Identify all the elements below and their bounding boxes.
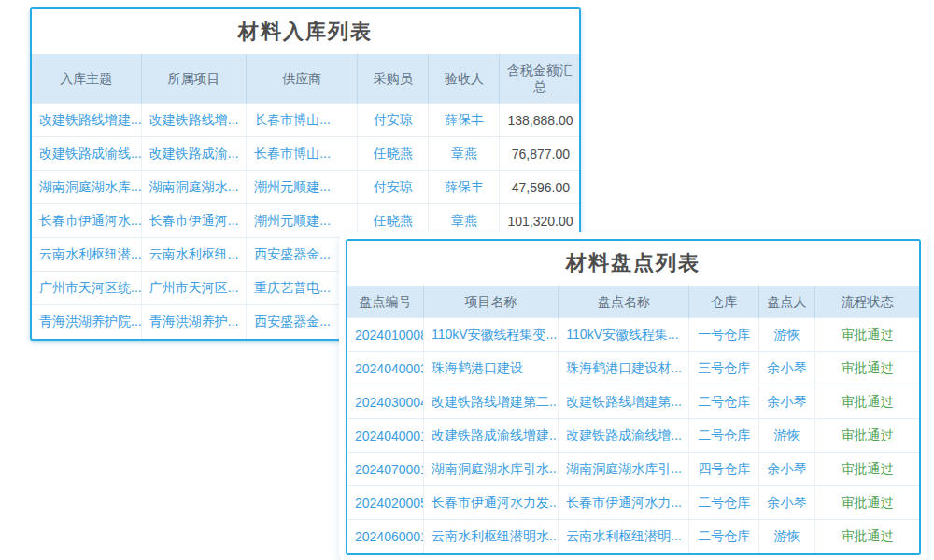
cell-inventory-warehouse: 二号仓库 bbox=[689, 486, 759, 520]
cell-inventory-project[interactable]: 改建铁路线增建第二... bbox=[423, 385, 558, 419]
cell-inventory-code[interactable]: 2024040003 bbox=[347, 352, 423, 385]
column-header-code: 盘点编号 bbox=[347, 286, 423, 318]
cell-inventory-status: 审批通过 bbox=[815, 520, 919, 553]
column-header-inspector: 验收人 bbox=[429, 54, 500, 104]
cell-inventory-code[interactable]: 2024070001 bbox=[347, 453, 423, 486]
cell-inventory-name[interactable]: 改建铁路成渝线增... bbox=[559, 419, 689, 453]
cell-inventory-status: 审批通过 bbox=[815, 352, 919, 385]
cell-inbound-project[interactable]: 改建铁路线增... bbox=[141, 104, 247, 137]
column-header-project: 项目名称 bbox=[423, 286, 558, 318]
cell-inbound-subject[interactable]: 改建铁路成渝线... bbox=[32, 137, 141, 171]
cell-inventory-warehouse: 二号仓库 bbox=[689, 419, 759, 453]
cell-inbound-inspector: 薛保丰 bbox=[429, 171, 500, 204]
cell-inventory-person: 余小琴 bbox=[759, 352, 815, 385]
cell-inbound-subject[interactable]: 广州市天河区统... bbox=[32, 272, 141, 305]
cell-inbound-amount: 101,320.00 bbox=[500, 204, 579, 238]
cell-inbound-supplier[interactable]: 西安盛器金... bbox=[247, 305, 358, 339]
cell-inventory-name[interactable]: 长春市伊通河水力... bbox=[559, 486, 689, 520]
cell-inventory-code[interactable]: 2024040001 bbox=[347, 419, 423, 453]
cell-inventory-code[interactable]: 2024030004 bbox=[347, 385, 423, 419]
inbound-table-row[interactable]: 改建铁路成渝线... 改建铁路成渝... 长春市博山... 任晓燕 章燕 76,… bbox=[32, 137, 579, 171]
column-header-person: 盘点人 bbox=[759, 286, 815, 318]
cell-inbound-subject[interactable]: 云南水利枢纽潜... bbox=[32, 238, 141, 272]
inbound-table-row[interactable]: 长春市伊通河水... 长春市伊通河... 潮州元顺建... 任晓燕 章燕 101… bbox=[32, 204, 579, 238]
cell-inbound-supplier[interactable]: 潮州元顺建... bbox=[247, 204, 358, 238]
cell-inventory-warehouse: 二号仓库 bbox=[689, 520, 759, 553]
cell-inbound-subject[interactable]: 青海洪湖养护院... bbox=[32, 305, 141, 339]
cell-inventory-project[interactable]: 云南水利枢纽潜明水... bbox=[423, 520, 558, 553]
inventory-table-row[interactable]: 2024030004 改建铁路线增建第二... 改建铁路线增建第... 二号仓库… bbox=[347, 385, 919, 419]
cell-inbound-project[interactable]: 广州市天河区... bbox=[141, 272, 247, 305]
inventory-table-row[interactable]: 2024040001 改建铁路成渝线增建... 改建铁路成渝线增... 二号仓库… bbox=[347, 419, 919, 453]
inventory-table-row[interactable]: 2024010008 110kV安徽线程集变... 110kV安徽线程集... … bbox=[347, 318, 919, 352]
inbound-table-row[interactable]: 湖南洞庭湖水库... 湖南洞庭湖水... 潮州元顺建... 付安琼 薛保丰 47… bbox=[32, 171, 579, 204]
inbound-table-title: 材料入库列表 bbox=[32, 9, 579, 54]
cell-inventory-status: 审批通过 bbox=[815, 453, 919, 486]
cell-inventory-warehouse: 一号仓库 bbox=[689, 318, 759, 352]
cell-inventory-warehouse: 四号仓库 bbox=[689, 453, 759, 486]
column-header-amount: 含税金额汇总 bbox=[500, 54, 579, 104]
cell-inventory-warehouse: 二号仓库 bbox=[689, 385, 759, 419]
cell-inventory-name[interactable]: 云南水利枢纽潜明... bbox=[559, 520, 689, 553]
cell-inbound-buyer: 付安琼 bbox=[358, 171, 429, 204]
cell-inbound-project[interactable]: 改建铁路成渝... bbox=[141, 137, 247, 171]
cell-inbound-supplier[interactable]: 长春市博山... bbox=[247, 104, 358, 137]
inventory-table-row[interactable]: 2024040003 珠海鹤港口建设 珠海鹤港口建设材... 三号仓库 余小琴 … bbox=[347, 352, 919, 385]
cell-inbound-subject[interactable]: 改建铁路线增建... bbox=[32, 104, 141, 137]
cell-inventory-name[interactable]: 改建铁路线增建第... bbox=[559, 385, 689, 419]
cell-inventory-code[interactable]: 2024060001 bbox=[347, 520, 423, 553]
cell-inbound-project[interactable]: 长春市伊通河... bbox=[141, 204, 247, 238]
column-header-warehouse: 仓库 bbox=[689, 286, 759, 318]
cell-inventory-project[interactable]: 长春市伊通河水力发... bbox=[423, 486, 558, 520]
cell-inventory-project[interactable]: 珠海鹤港口建设 bbox=[423, 352, 558, 385]
cell-inbound-inspector: 章燕 bbox=[429, 204, 500, 238]
column-header-status: 流程状态 bbox=[815, 286, 919, 318]
cell-inbound-amount: 138,888.00 bbox=[500, 104, 579, 137]
cell-inbound-buyer: 任晓燕 bbox=[358, 137, 429, 171]
inventory-table-panel: 材料盘点列表 盘点编号 项目名称 盘点名称 仓库 盘点人 流程状态 bbox=[346, 239, 921, 555]
cell-inbound-project[interactable]: 青海洪湖养护... bbox=[141, 305, 247, 339]
column-header-subject: 入库主题 bbox=[32, 54, 141, 104]
cell-inbound-subject[interactable]: 长春市伊通河水... bbox=[32, 204, 141, 238]
cell-inbound-amount: 47,596.00 bbox=[500, 171, 579, 204]
cell-inbound-subject[interactable]: 湖南洞庭湖水库... bbox=[32, 171, 141, 204]
cell-inventory-person: 余小琴 bbox=[759, 486, 815, 520]
column-header-name: 盘点名称 bbox=[559, 286, 689, 318]
inbound-header-row: 入库主题 所属项目 供应商 采购员 验收人 含税金额汇总 bbox=[32, 54, 579, 104]
cell-inventory-warehouse: 三号仓库 bbox=[689, 352, 759, 385]
cell-inventory-person: 余小琴 bbox=[759, 385, 815, 419]
cell-inbound-supplier[interactable]: 长春市博山... bbox=[247, 137, 358, 171]
cell-inventory-name[interactable]: 湖南洞庭湖水库引... bbox=[559, 453, 689, 486]
cell-inventory-project[interactable]: 110kV安徽线程集变... bbox=[423, 318, 558, 352]
column-header-buyer: 采购员 bbox=[358, 54, 429, 104]
cell-inventory-name[interactable]: 110kV安徽线程集... bbox=[559, 318, 689, 352]
cell-inventory-code[interactable]: 2024020005 bbox=[347, 486, 423, 520]
inventory-header-row: 盘点编号 项目名称 盘点名称 仓库 盘点人 流程状态 bbox=[347, 286, 919, 318]
cell-inventory-project[interactable]: 改建铁路成渝线增建... bbox=[423, 419, 558, 453]
column-header-supplier: 供应商 bbox=[247, 54, 358, 104]
inventory-table-row[interactable]: 2024070001 湖南洞庭湖水库引水... 湖南洞庭湖水库引... 四号仓库… bbox=[347, 453, 919, 486]
workspace: 材料入库列表 入库主题 所属项目 供应商 采购员 验收人 含税金额汇总 bbox=[0, 0, 934, 560]
cell-inventory-status: 审批通过 bbox=[815, 486, 919, 520]
cell-inventory-person: 游恢 bbox=[759, 520, 815, 553]
cell-inventory-person: 余小琴 bbox=[759, 453, 815, 486]
cell-inventory-project[interactable]: 湖南洞庭湖水库引水... bbox=[423, 453, 558, 486]
cell-inventory-code[interactable]: 2024010008 bbox=[347, 318, 423, 352]
cell-inventory-name[interactable]: 珠海鹤港口建设材... bbox=[559, 352, 689, 385]
cell-inventory-status: 审批通过 bbox=[815, 318, 919, 352]
cell-inbound-inspector: 薛保丰 bbox=[429, 104, 500, 137]
cell-inbound-inspector: 章燕 bbox=[429, 137, 500, 171]
inventory-table-row[interactable]: 2024020005 长春市伊通河水力发... 长春市伊通河水力... 二号仓库… bbox=[347, 486, 919, 520]
cell-inbound-project[interactable]: 云南水利枢纽... bbox=[141, 238, 247, 272]
cell-inventory-person: 游恢 bbox=[759, 419, 815, 453]
cell-inbound-supplier[interactable]: 重庆艺普电... bbox=[247, 272, 358, 305]
cell-inventory-status: 审批通过 bbox=[815, 385, 919, 419]
cell-inventory-person: 游恢 bbox=[759, 318, 815, 352]
cell-inbound-project[interactable]: 湖南洞庭湖水... bbox=[141, 171, 247, 204]
cell-inbound-supplier[interactable]: 西安盛器金... bbox=[247, 238, 358, 272]
inbound-table-row[interactable]: 改建铁路线增建... 改建铁路线增... 长春市博山... 付安琼 薛保丰 13… bbox=[32, 104, 579, 137]
cell-inbound-buyer: 付安琼 bbox=[358, 104, 429, 137]
inventory-table: 盘点编号 项目名称 盘点名称 仓库 盘点人 流程状态 2024010008 11… bbox=[347, 286, 919, 553]
inventory-table-row[interactable]: 2024060001 云南水利枢纽潜明水... 云南水利枢纽潜明... 二号仓库… bbox=[347, 520, 919, 553]
cell-inbound-supplier[interactable]: 潮州元顺建... bbox=[247, 171, 358, 204]
